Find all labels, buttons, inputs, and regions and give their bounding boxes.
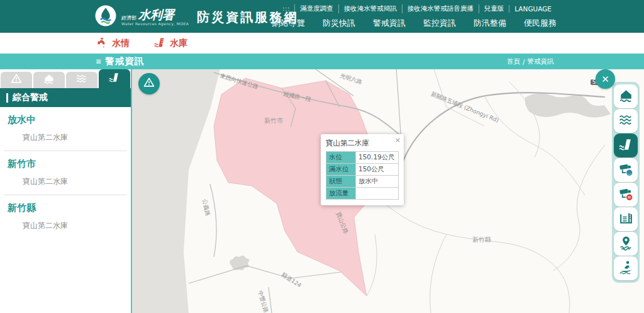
tool-river-warning-button[interactable] — [614, 109, 638, 133]
tab-reservoir[interactable]: 水庫 — [153, 36, 187, 51]
menu-icon: ≡ — [96, 57, 102, 65]
reservoir-dam-icon — [618, 137, 634, 155]
warning-triangle-icon — [143, 76, 155, 91]
warning-group: 新竹市 寶山第二水庫 — [0, 151, 131, 195]
warning-group: 新竹縣 寶山第二水庫 — [0, 195, 131, 239]
breadcrumb: 首頁 / 警戒資訊 — [507, 54, 554, 69]
water-gauge-icon — [618, 210, 634, 229]
cctv-wra-icon — [618, 161, 634, 179]
table-row: 滿水位 150公尺 — [326, 164, 399, 176]
agency-logo[interactable]: 經濟部 水利署 Water Resources Agency, MOEA 防災資… — [94, 4, 298, 30]
map-canvas[interactable]: 東西向快速公路 光明六路 經國路一段 新關路五埔段 (Zhongyi Rd) 新… — [132, 69, 644, 313]
tool-cctv-alert-button[interactable] — [614, 183, 638, 207]
table-row: 放流量 — [326, 188, 399, 200]
warning-group-title: 放水中 — [8, 114, 123, 126]
breadcrumb-home[interactable]: 首頁 — [507, 57, 520, 66]
link-kids-version[interactable]: 兒童版 — [479, 4, 509, 13]
cctv-alert-icon — [618, 186, 634, 204]
link-flood-sms[interactable]: 接收淹水警戒簡訊 — [338, 4, 402, 13]
faucet-icon — [96, 36, 109, 51]
popup-table: 水位 150.19公尺 滿水位 150公尺 狀態 放水中 放流量 — [326, 151, 399, 200]
row-value — [356, 188, 399, 200]
river-waves-icon — [75, 72, 88, 88]
link-flood-voice[interactable]: 接收淹水警戒語音廣播 — [402, 4, 479, 13]
tool-water-location-button[interactable] — [614, 232, 638, 256]
reservoir-popup: × 寶山第二水庫 水位 150.19公尺 滿水位 150公尺 狀態 放水中 — [321, 134, 404, 205]
page-banner: ≡ 警戒資訊 首頁 / 警戒資訊 — [0, 54, 644, 69]
table-row: 狀態 放水中 — [326, 176, 399, 188]
nav-warning-info[interactable]: 警戒資訊 — [373, 18, 406, 29]
row-value: 150公尺 — [356, 164, 399, 176]
map-label-city: 新竹市 — [264, 117, 283, 125]
nav-disaster-news[interactable]: 防災快訊 — [323, 18, 355, 29]
row-value: 放水中 — [356, 176, 399, 188]
warning-item-reservoir[interactable]: 寶山第二水庫 — [8, 132, 123, 143]
breadcrumb-current: 警戒資訊 — [528, 57, 554, 66]
link-satisfaction-survey[interactable]: 滿意度調查 — [294, 4, 338, 13]
row-label: 水位 — [326, 152, 356, 164]
nav-flood-preparation[interactable]: 防汛整備 — [474, 18, 506, 29]
agency-name-en: Water Resources Agency, MOEA — [121, 22, 189, 26]
top-utility-links: ::: 滿意度調查 接收淹水警戒簡訊 接收淹水警戒語音廣播 兒童版 LANGUA… — [282, 4, 557, 13]
nav-sitemap[interactable]: 網站導覽 — [272, 18, 305, 29]
sidebar-tab-flood-warning[interactable] — [33, 72, 65, 88]
sidebar-tab-river-warning[interactable] — [66, 72, 97, 88]
breadcrumb-separator: / — [523, 58, 525, 65]
agency-name: 水利署 — [138, 9, 174, 21]
main-nav: 網站導覽 防災快訊 警戒資訊 監控資訊 防汛整備 便民服務 — [272, 18, 557, 29]
quick-tab-bar: 水情 水庫 — [0, 33, 644, 54]
ministry-name: 經濟部 — [121, 16, 136, 21]
nav-monitoring-info[interactable]: 監控資訊 — [423, 18, 456, 29]
flood-house-icon — [43, 72, 55, 88]
tool-water-activity-button[interactable] — [614, 256, 638, 280]
tool-reservoir-warning-button[interactable] — [614, 134, 638, 157]
popup-title: 寶山第二水庫 — [321, 134, 404, 151]
popup-close-icon[interactable]: × — [395, 136, 401, 144]
river-waves-icon — [618, 112, 634, 130]
tool-water-gauge-button[interactable] — [614, 207, 638, 231]
warning-list: 放水中 寶山第二水庫 新竹市 寶山第二水庫 新竹縣 寶山第二水庫 — [0, 107, 131, 239]
sidebar-section-header: 綜合警戒 — [0, 88, 131, 107]
warning-triangle-icon — [10, 72, 23, 88]
nav-public-services[interactable]: 便民服務 — [524, 18, 557, 29]
warning-item-reservoir[interactable]: 寶山第二水庫 — [8, 176, 123, 187]
sidebar-tab-general-warning[interactable] — [1, 72, 32, 88]
warning-group-title: 新竹縣 — [8, 202, 123, 214]
surfer-icon — [618, 259, 634, 278]
row-value: 150.19公尺 — [356, 152, 399, 164]
map-label-county: 新竹縣 — [472, 236, 491, 244]
map-layer-toolbar — [612, 82, 640, 283]
header-right: ::: 滿意度調查 接收淹水警戒簡訊 接收淹水警戒語音廣播 兒童版 LANGUA… — [272, 4, 557, 29]
header: 經濟部 水利署 Water Resources Agency, MOEA 防災資… — [0, 0, 644, 33]
disaster-info-page: 經濟部 水利署 Water Resources Agency, MOEA 防災資… — [0, 0, 644, 313]
warning-legend-button[interactable] — [138, 73, 160, 94]
warning-item-reservoir[interactable]: 寶山第二水庫 — [8, 220, 123, 231]
location-waves-icon — [618, 235, 634, 253]
map-close-button[interactable]: ✕ — [596, 69, 615, 89]
water-drop-logo-icon — [94, 4, 117, 30]
sidebar-tab-strip — [0, 69, 131, 88]
row-label: 滿水位 — [326, 164, 356, 176]
dam-icon — [153, 36, 167, 51]
tab-water-condition[interactable]: 水情 — [96, 36, 130, 51]
reservoir-dam-icon — [108, 71, 121, 86]
page-title: ≡ 警戒資訊 — [96, 54, 144, 69]
link-language[interactable]: LANGUAGE — [509, 5, 557, 13]
warning-group-title: 新竹市 — [8, 158, 123, 170]
row-label: 放流量 — [326, 188, 356, 200]
main-content: 綜合警戒 放水中 寶山第二水庫 新竹市 寶山第二水庫 新竹縣 寶山第二水庫 — [0, 69, 644, 313]
flood-house-icon — [618, 88, 634, 106]
close-icon: ✕ — [601, 74, 609, 85]
warning-sidebar: 綜合警戒 放水中 寶山第二水庫 新竹市 寶山第二水庫 新竹縣 寶山第二水庫 — [0, 69, 132, 313]
sidebar-tab-reservoir-warning[interactable] — [99, 69, 130, 88]
table-row: 水位 150.19公尺 — [326, 152, 399, 164]
row-label: 狀態 — [326, 176, 356, 188]
warning-group: 放水中 寶山第二水庫 — [0, 107, 131, 151]
tool-cctv-wra-button[interactable] — [614, 158, 638, 182]
accessibility-skiplink[interactable]: ::: — [282, 6, 290, 12]
tool-flood-warning-button[interactable] — [614, 84, 638, 108]
